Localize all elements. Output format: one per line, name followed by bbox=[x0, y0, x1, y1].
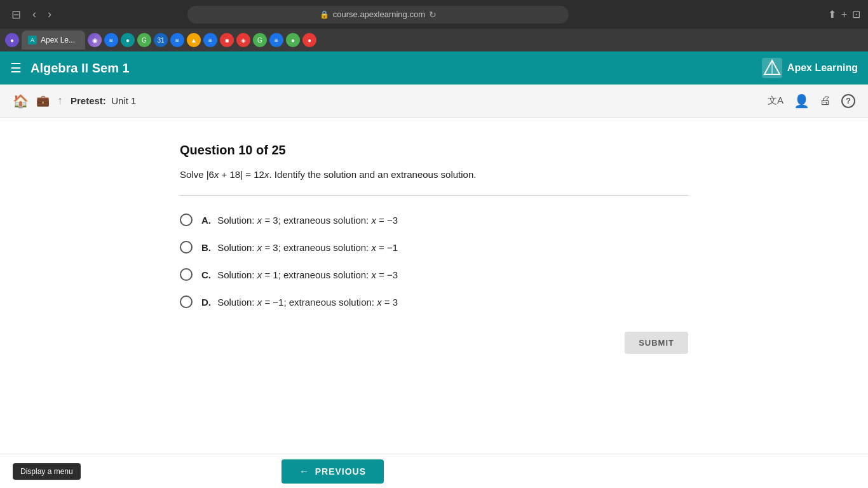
toolbar-right: 文A 👤 🖨 ? bbox=[768, 93, 855, 109]
option-a[interactable]: A. Solution: x = 3; extraneous solution:… bbox=[180, 214, 688, 227]
browser-controls: ⊟ ‹ › bbox=[8, 6, 55, 23]
briefcase-icon[interactable]: 💼 bbox=[36, 94, 50, 107]
pretest-label: Pretest: bbox=[71, 95, 106, 106]
tab-label: Apex Le... bbox=[41, 36, 75, 44]
browser-right-controls: ⬆ + ⊡ bbox=[828, 8, 860, 20]
answer-options: A. Solution: x = 3; extraneous solution:… bbox=[180, 214, 688, 309]
address-bar[interactable]: 🔒 course.apexlearning.com ↻ bbox=[187, 6, 569, 24]
translate-icon[interactable]: 文A bbox=[768, 95, 783, 107]
toolbar-left: 🏠 💼 ↑ Pretest: Unit 1 bbox=[13, 93, 136, 109]
active-tab[interactable]: A Apex Le... bbox=[22, 30, 85, 50]
tab-icon-9[interactable]: ≡ bbox=[203, 33, 217, 47]
tab-icon-1[interactable]: ● bbox=[5, 33, 19, 47]
apex-logo-text: Apex Learning bbox=[787, 62, 858, 74]
window-toggle-btn[interactable]: ⊟ bbox=[8, 6, 25, 23]
print-icon[interactable]: 🖨 bbox=[820, 94, 831, 107]
app-header: ☰ Algebra II Sem 1 Apex Learning bbox=[0, 51, 868, 85]
unit-label: Unit 1 bbox=[111, 95, 136, 106]
tab-icon-11[interactable]: ◈ bbox=[236, 33, 250, 47]
radio-d[interactable] bbox=[180, 295, 193, 308]
tab-icon-5[interactable]: G bbox=[137, 33, 151, 47]
question-text: Solve |6x + 18| = 12x. Identify the solu… bbox=[180, 168, 688, 182]
question-var-x1: x bbox=[214, 169, 219, 180]
option-d-label: D. Solution: x = −1; extraneous solution… bbox=[201, 295, 398, 309]
tab-icon-7[interactable]: ≡ bbox=[170, 33, 184, 47]
tab-icon-14[interactable]: ● bbox=[286, 33, 300, 47]
prev-arrow-icon: ← bbox=[299, 466, 310, 477]
option-d[interactable]: D. Solution: x = −1; extraneous solution… bbox=[180, 295, 688, 309]
app-title: Algebra II Sem 1 bbox=[31, 61, 130, 76]
display-menu-button[interactable]: Display a menu bbox=[13, 463, 81, 480]
option-a-label: A. Solution: x = 3; extraneous solution:… bbox=[201, 214, 398, 227]
question-var-x2: x bbox=[264, 169, 269, 180]
question-divider bbox=[180, 195, 688, 196]
back-btn[interactable]: ‹ bbox=[29, 6, 40, 22]
tab-icon-15[interactable]: ● bbox=[302, 33, 316, 47]
apex-logo: Apex Learning bbox=[762, 58, 858, 78]
new-window-icon[interactable]: ⊡ bbox=[852, 8, 860, 20]
submit-button[interactable]: SUBMIT bbox=[625, 332, 688, 354]
lock-icon: 🔒 bbox=[320, 10, 329, 19]
footer: Display a menu ← PREVIOUS bbox=[0, 454, 868, 488]
tab-icon-2[interactable]: ◉ bbox=[88, 33, 102, 47]
apex-logo-icon bbox=[762, 58, 782, 78]
url-text: course.apexlearning.com bbox=[333, 10, 425, 19]
radio-a[interactable] bbox=[180, 214, 193, 226]
option-c-label: C. Solution: x = 1; extraneous solution:… bbox=[201, 268, 398, 281]
help-icon[interactable]: ? bbox=[841, 94, 855, 108]
radio-b[interactable] bbox=[180, 241, 193, 254]
tab-icon-4[interactable]: ● bbox=[121, 33, 135, 47]
option-c[interactable]: C. Solution: x = 1; extraneous solution:… bbox=[180, 268, 688, 281]
tab-icon-8[interactable]: ▲ bbox=[187, 33, 201, 47]
option-b-label: B. Solution: x = 3; extraneous solution:… bbox=[201, 241, 398, 254]
tab-icon-12[interactable]: G bbox=[253, 33, 267, 47]
share-icon[interactable]: ⬆ bbox=[828, 8, 836, 20]
app-header-left: ☰ Algebra II Sem 1 bbox=[10, 60, 130, 76]
radio-c[interactable] bbox=[180, 268, 193, 281]
tab-favicon: A bbox=[28, 36, 37, 44]
tab-icon-3[interactable]: ≡ bbox=[104, 33, 118, 47]
previous-label: PREVIOUS bbox=[315, 466, 366, 477]
breadcrumb: Pretest: Unit 1 bbox=[71, 95, 136, 106]
previous-button[interactable]: ← PREVIOUS bbox=[281, 459, 384, 484]
refresh-icon[interactable]: ↻ bbox=[429, 10, 437, 20]
main-content: Question 10 of 25 Solve |6x + 18| = 12x.… bbox=[180, 118, 688, 405]
toolbar: 🏠 💼 ↑ Pretest: Unit 1 文A 👤 🖨 ? bbox=[0, 85, 868, 118]
hamburger-menu[interactable]: ☰ bbox=[10, 60, 22, 76]
user-icon[interactable]: 👤 bbox=[794, 93, 810, 109]
tab-icon-6[interactable]: 31 bbox=[154, 33, 168, 47]
submit-row: SUBMIT bbox=[180, 332, 688, 354]
tab-icon-13[interactable]: ≡ bbox=[269, 33, 283, 47]
upload-icon[interactable]: ↑ bbox=[57, 94, 63, 107]
home-icon[interactable]: 🏠 bbox=[13, 93, 29, 109]
tabs-bar: ● A Apex Le... ◉ ≡ ● G 31 ≡ ▲ ≡ ■ bbox=[0, 29, 868, 51]
add-tab-icon[interactable]: + bbox=[841, 9, 847, 20]
forward-btn[interactable]: › bbox=[44, 6, 55, 22]
question-header: Question 10 of 25 bbox=[180, 143, 688, 158]
browser-chrome: ⊟ ‹ › 🔒 course.apexlearning.com ↻ ⬆ + ⊡ bbox=[0, 0, 868, 29]
option-b[interactable]: B. Solution: x = 3; extraneous solution:… bbox=[180, 241, 688, 254]
tab-icon-10[interactable]: ■ bbox=[220, 33, 234, 47]
